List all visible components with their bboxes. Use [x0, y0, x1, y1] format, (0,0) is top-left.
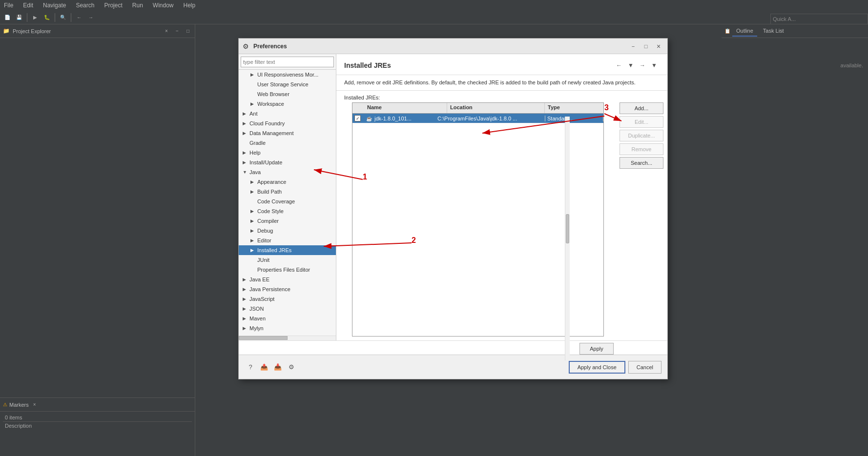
expand-icon: ▶ — [243, 316, 248, 321]
tree-item-editor[interactable]: ▶ Editor — [239, 236, 336, 245]
menu-file[interactable]: File — [2, 1, 15, 10]
toolbar-forward-dropdown-button[interactable]: ▼ — [649, 60, 660, 71]
add-button[interactable]: Add... — [620, 102, 663, 114]
tree-item-maven[interactable]: ▶ Maven — [239, 314, 336, 323]
tree-item-java-ee[interactable]: ▶ Java EE — [239, 275, 336, 284]
tree-item-label: Data Management — [249, 130, 294, 136]
apply-inline-button[interactable]: Apply — [579, 343, 614, 355]
project-explorer-maximize[interactable]: □ — [184, 27, 192, 35]
duplicate-button[interactable]: Duplicate... — [620, 130, 663, 141]
dialog-titlebar: ⚙ Preferences − □ × — [239, 39, 667, 54]
tree-item-label: UI Responsiveness Mor... — [257, 72, 318, 78]
tree-item-java-persistence[interactable]: ▶ Java Persistence — [239, 284, 336, 294]
footer-export-button[interactable]: 📤 — [258, 361, 270, 373]
project-explorer-close[interactable]: × — [163, 27, 170, 35]
expand-icon: ▶ — [243, 160, 248, 165]
action-buttons-panel: Add... Edit... Duplicate... Remove Searc… — [616, 102, 667, 337]
tree-item-ant[interactable]: ▶ Ant — [239, 109, 336, 119]
tree-item-code-coverage[interactable]: Code Coverage — [239, 197, 336, 206]
footer-import-button[interactable]: 📥 — [272, 361, 284, 373]
footer-help-button[interactable]: ? — [245, 361, 256, 373]
tree-item-build-path[interactable]: ▶ Build Path — [239, 187, 336, 197]
tree-item-cloud-foundry[interactable]: ▶ Cloud Foundry — [239, 119, 336, 128]
tree-item-install-update[interactable]: ▶ Install/Update — [239, 158, 336, 167]
toolbar-save[interactable]: 💾 — [14, 12, 24, 23]
search-button[interactable]: Search... — [620, 157, 663, 169]
outline-panel: 📋 Outline Task List available. — [722, 24, 868, 456]
tree-item-java[interactable]: ▼ Java — [239, 167, 336, 177]
markers-close[interactable]: × — [31, 401, 39, 409]
tree-item-ui-responsiveness[interactable]: ▶ UI Responsiveness Mor... — [239, 70, 336, 79]
menu-window[interactable]: Window — [151, 1, 176, 10]
menu-project[interactable]: Project — [102, 1, 124, 10]
tree-filter-input[interactable] — [241, 57, 334, 67]
tree-filter-area — [239, 54, 336, 70]
tree-item-data-management[interactable]: ▶ Data Management — [239, 128, 336, 138]
outline-icon: 📋 — [724, 28, 730, 34]
tree-scrollbar[interactable] — [565, 117, 570, 340]
cancel-button[interactable]: Cancel — [628, 361, 661, 374]
tree-item-installed-jres[interactable]: ▶ Installed JREs — [239, 245, 336, 255]
tasklist-tab[interactable]: Task List — [759, 26, 788, 37]
tree-item-user-storage[interactable]: User Storage Service — [239, 79, 336, 89]
toolbar-next[interactable]: → — [85, 12, 96, 23]
tree-item-junit[interactable]: JUnit — [239, 255, 336, 265]
tree-item-compiler[interactable]: ▶ Compiler — [239, 216, 336, 226]
toolbar-search[interactable]: 🔍 — [58, 12, 68, 23]
apply-and-close-button[interactable]: Apply and Close — [569, 361, 625, 374]
project-icon: 📁 — [3, 28, 10, 34]
project-explorer-minimize[interactable]: − — [173, 27, 181, 35]
tree-item-label: Java — [249, 169, 261, 175]
toolbar-new[interactable]: 📄 — [2, 12, 13, 23]
project-explorer-header: 📁 Project Explorer × − □ — [0, 24, 195, 38]
tree-item-label: Code Coverage — [257, 198, 295, 204]
toolbar-prev[interactable]: ← — [74, 12, 84, 23]
tree-item-web-browser[interactable]: Web Browser — [239, 89, 336, 99]
expand-icon: ▶ — [250, 72, 256, 77]
menu-help[interactable]: Help — [182, 1, 198, 10]
tree-item-help[interactable]: ▶ Help — [239, 148, 336, 158]
edit-button[interactable]: Edit... — [620, 116, 663, 128]
menu-navigate[interactable]: Navigate — [41, 1, 68, 10]
installed-jres-label: Installed JREs: — [336, 91, 667, 102]
dialog-close-button[interactable]: × — [654, 41, 663, 51]
expand-icon: ▶ — [243, 131, 248, 136]
menu-edit[interactable]: Edit — [21, 1, 35, 10]
tree-item-javascript[interactable]: ▶ JavaScript — [239, 294, 336, 304]
tree-scrollbar-thumb — [566, 214, 569, 243]
toolbar-back-button[interactable]: ← — [614, 60, 624, 71]
tree-list: ▶ UI Responsiveness Mor... User Storage … — [239, 70, 336, 336]
footer-defaults-button[interactable]: ⚙ — [286, 361, 297, 373]
tree-item-gradle[interactable]: Gradle — [239, 138, 336, 148]
outline-tab[interactable]: Outline — [732, 26, 757, 37]
dialog-body: ▶ UI Responsiveness Mor... User Storage … — [239, 54, 667, 340]
dialog-maximize-button[interactable]: □ — [641, 41, 651, 51]
checkbox-col-header — [352, 103, 364, 113]
tree-item-code-style[interactable]: ▶ Code Style — [239, 206, 336, 216]
content-panel: Installed JREs ← ▼ → ▼ Add, remove or ed… — [336, 54, 667, 340]
tree-item-appearance[interactable]: ▶ Appearance — [239, 177, 336, 187]
tree-item-label: Workspace — [257, 101, 284, 107]
tree-horizontal-scrollbar[interactable] — [239, 336, 336, 340]
tree-item-debug[interactable]: ▶ Debug — [239, 226, 336, 236]
dialog-minimize-button[interactable]: − — [628, 41, 638, 51]
toolbar-run[interactable]: ▶ — [30, 12, 41, 23]
preferences-dialog: ⚙ Preferences − □ × ▶ UI Responsiveness … — [238, 38, 668, 379]
tree-item-json[interactable]: ▶ JSON — [239, 304, 336, 314]
toolbar-dropdown-button[interactable]: ▼ — [625, 60, 636, 71]
expand-icon: ▶ — [250, 101, 256, 106]
tree-item-label: Debug — [257, 228, 273, 234]
remove-button[interactable]: Remove — [620, 143, 663, 155]
markers-table-header: 0 items — [3, 414, 192, 422]
available-text: available. — [841, 62, 863, 68]
jre-checkbox[interactable]: ✓ — [352, 115, 364, 121]
menu-search[interactable]: Search — [74, 1, 96, 10]
tree-item-label: JSON — [249, 306, 264, 312]
tree-item-properties-files-editor[interactable]: Properties Files Editor — [239, 265, 336, 275]
tree-item-mylyn[interactable]: ▶ Mylyn — [239, 323, 336, 333]
menu-run[interactable]: Run — [130, 1, 145, 10]
quick-access-label: Quick A... — [773, 16, 796, 22]
toolbar-forward-button[interactable]: → — [637, 60, 648, 71]
tree-item-workspace[interactable]: ▶ Workspace — [239, 99, 336, 109]
toolbar-debug[interactable]: 🐛 — [41, 12, 52, 23]
